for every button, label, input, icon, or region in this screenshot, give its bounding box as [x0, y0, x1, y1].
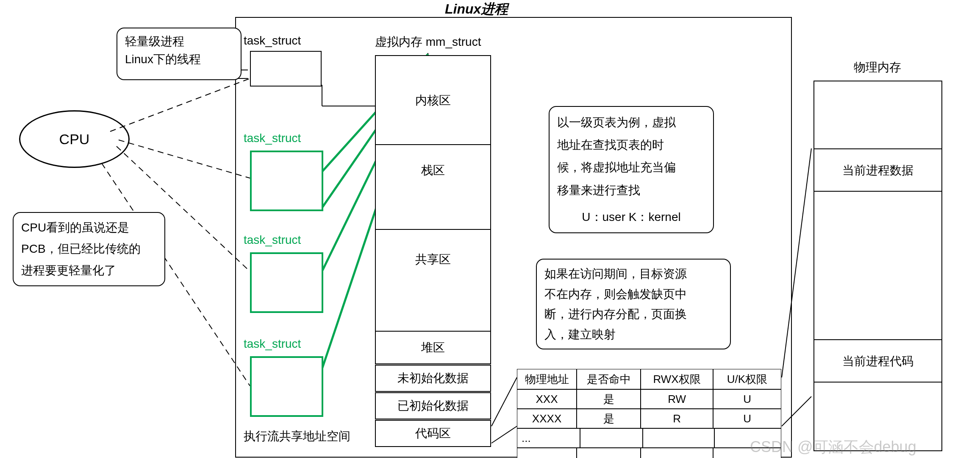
svg-line-0 — [110, 78, 250, 131]
task-struct-black-box — [250, 51, 322, 87]
pt-cell: XXXX — [517, 409, 577, 428]
note-pagefault-line1: 如果在访问期间，目标资源 — [544, 264, 722, 284]
task-struct-black-label: task_struct — [244, 34, 301, 47]
vm-bss-label: 未初始化数据 — [397, 370, 469, 386]
phys-mem-current-code-label: 当前进程代码 — [842, 353, 913, 369]
vm-bss: 未初始化数据 — [375, 365, 491, 392]
pt-cell: RW — [641, 389, 713, 409]
pt-cell: 是 — [577, 409, 641, 428]
pt-cell: ... — [517, 428, 580, 448]
note-pagefault: 如果在访问期间，目标资源 不在内存，则会触发缺页中 断，进行内存分配，页面换 入… — [536, 259, 731, 349]
pt-cell — [643, 428, 714, 448]
phys-mem-mid — [813, 191, 942, 341]
task-struct-green-box-2 — [250, 252, 323, 313]
bubble-lwp-line1: 轻量级进程 — [125, 33, 233, 50]
phys-mem-top — [813, 81, 942, 150]
watermark: CSDN @可涵不会debug — [750, 437, 916, 458]
vm-shared-label: 共享区 — [415, 251, 451, 268]
phys-mem-current-data: 当前进程数据 — [813, 148, 942, 193]
pt-cell — [577, 448, 641, 458]
pt-header-hit: 是否命中 — [577, 369, 641, 389]
pt-header-uk: U/K权限 — [713, 369, 781, 389]
note-pgtable-line2: 地址在查找页表的时 — [557, 134, 705, 156]
pt-header-rwx: RWX权限 — [641, 369, 713, 389]
vm-heap: 堆区 — [375, 331, 491, 364]
note-pgtable: 以一级页表为例，虚拟 地址在查找页表的时 候，将虚拟地址充当偏 移量来进行查找 … — [549, 106, 714, 233]
exec-flow-label: 执行流共享地址空间 — [244, 428, 350, 444]
vm-data-label: 已初始化数据 — [397, 398, 469, 414]
pt-cell: XXX — [517, 389, 577, 409]
bubble-cpu-note-line3: 进程要更轻量化了 — [21, 260, 157, 281]
task-struct-green-box-1 — [250, 151, 323, 211]
bubble-lwp-line2: Linux下的线程 — [125, 50, 233, 68]
vm-stack-label: 栈区 — [421, 162, 445, 179]
bubble-lwp: 轻量级进程 Linux下的线程 — [117, 28, 242, 80]
task-struct-green-label-2: task_struct — [244, 233, 301, 247]
vm-kernel-label: 内核区 — [415, 92, 451, 109]
vm-code: 代码区 — [375, 420, 491, 447]
vm-data: 已初始化数据 — [375, 392, 491, 419]
pt-cell — [641, 448, 713, 458]
vm-stack: 栈区 — [375, 144, 491, 197]
pt-header-phys: 物理地址 — [517, 369, 577, 389]
pt-cell — [517, 448, 577, 458]
cpu-node: CPU — [19, 110, 130, 168]
vm-stack-arrow-area — [375, 195, 491, 230]
note-pagefault-line2: 不在内存，则会触发缺页中 — [544, 284, 722, 304]
task-struct-green-label-3: task_struct — [244, 337, 301, 351]
bubble-cpu-note-line2: PCB，但已经比传统的 — [21, 238, 157, 260]
vm-heap-arrow-area — [375, 288, 491, 332]
phys-mem-current-data-label: 当前进程数据 — [842, 162, 913, 179]
pt-cell: R — [641, 409, 713, 428]
vm-kernel: 内核区 — [375, 55, 491, 146]
page-table: 物理地址 是否命中 RWX权限 U/K权限 XXX 是 RW U XXXX 是 … — [517, 369, 781, 458]
note-pagefault-line4: 入，建立映射 — [544, 324, 722, 345]
task-struct-green-label-1: task_struct — [244, 131, 301, 145]
mm-struct-label: 虚拟内存 mm_struct — [375, 34, 481, 50]
note-pagefault-line3: 断，进行内存分配，页面换 — [544, 304, 722, 324]
pt-cell: 是 — [577, 389, 641, 409]
phys-mem-current-code: 当前进程代码 — [813, 339, 942, 383]
vm-heap-label: 堆区 — [421, 340, 445, 356]
note-pgtable-line5: U：user K：kernel — [557, 206, 705, 228]
note-pgtable-line4: 移量来进行查找 — [557, 179, 705, 201]
pt-cell: U — [713, 409, 781, 428]
cpu-label: CPU — [59, 131, 90, 148]
phys-mem-title: 物理内存 — [854, 59, 901, 75]
bubble-cpu-note: CPU看到的虽说还是 PCB，但已经比传统的 进程要更轻量化了 — [13, 212, 165, 286]
vm-code-label: 代码区 — [415, 425, 451, 441]
vm-shared: 共享区 — [375, 229, 491, 290]
diagram-title: Linux进程 — [445, 0, 508, 19]
svg-line-1 — [119, 140, 250, 178]
bubble-cpu-note-line1: CPU看到的虽说还是 — [21, 217, 157, 238]
note-pgtable-line3: 候，将虚拟地址充当偏 — [557, 156, 705, 179]
note-pgtable-line1: 以一级页表为例，虚拟 — [557, 111, 705, 134]
pt-cell: U — [713, 389, 781, 409]
task-struct-green-box-3 — [250, 356, 323, 417]
pt-cell — [580, 428, 643, 448]
